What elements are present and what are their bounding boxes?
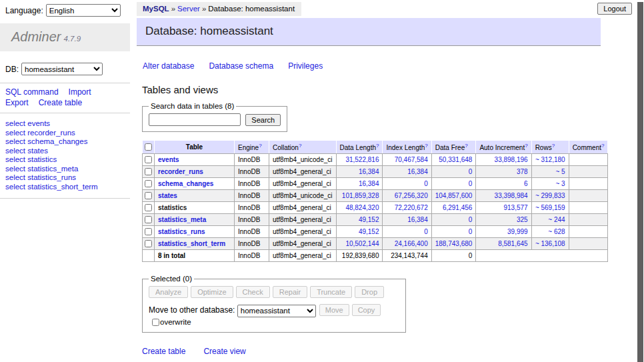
table-name-link[interactable]: states <box>158 192 177 199</box>
data-length-link[interactable]: 31,522,816 <box>345 156 379 163</box>
index-length-link[interactable]: 24,166,400 <box>395 240 428 247</box>
rows-link[interactable]: ~ 569,159 <box>535 204 565 211</box>
row-checkbox[interactable] <box>145 192 152 199</box>
data-length-link[interactable]: 10,502,144 <box>345 240 379 247</box>
index-length-link[interactable]: 16,384 <box>407 168 428 175</box>
db-select[interactable]: homeassistant <box>21 63 103 75</box>
move-button[interactable]: Move <box>319 304 349 316</box>
sidebar-menu-link[interactable]: SQL command <box>5 87 59 97</box>
sidebar-menu-link[interactable]: Import <box>69 87 91 97</box>
rows-link[interactable]: ~ 299,833 <box>535 192 565 199</box>
column-help-link[interactable]: ? <box>601 143 604 149</box>
auto-increment-link[interactable]: 8,581,645 <box>498 240 528 247</box>
overwrite-option[interactable]: overwrite <box>151 318 191 326</box>
search-button[interactable]: Search <box>245 114 281 126</box>
index-length-link[interactable]: 0 <box>424 180 428 187</box>
overwrite-checkbox[interactable] <box>152 319 159 326</box>
app-version: 4.7.9 <box>63 35 81 43</box>
sidebar-table-link[interactable]: select statistics_meta <box>5 165 130 173</box>
drop-button[interactable]: Drop <box>355 286 384 298</box>
table-name-link[interactable]: statistics <box>158 204 187 211</box>
table-name-link[interactable]: statistics_short_term <box>158 240 225 247</box>
sidebar-table-link[interactable]: select states <box>5 147 130 155</box>
create-view-link[interactable]: Create view <box>203 347 245 356</box>
table-name-link[interactable]: recorder_runs <box>158 168 203 175</box>
table-name-link[interactable]: statistics_runs <box>158 228 205 235</box>
data-length-link[interactable]: 48,824,320 <box>345 204 379 211</box>
column-help-link[interactable]: ? <box>259 143 261 149</box>
data-length-link[interactable]: 101,859,328 <box>342 192 379 199</box>
row-checkbox[interactable] <box>145 228 152 235</box>
auto-increment-link[interactable]: 39,999 <box>507 228 528 235</box>
action-link[interactable]: Alter database <box>143 61 194 71</box>
rows-link[interactable]: ~ 136,108 <box>535 240 565 247</box>
column-help-link[interactable]: ? <box>299 143 301 149</box>
copy-button[interactable]: Copy <box>352 304 381 316</box>
action-link[interactable]: Database schema <box>209 61 273 71</box>
data-free-link[interactable]: 0 <box>469 168 473 175</box>
auto-increment-link[interactable]: 913,577 <box>503 204 527 211</box>
table-name-link[interactable]: schema_changes <box>158 180 213 187</box>
rows-link[interactable]: ~ 312,180 <box>535 156 565 163</box>
language-select[interactable]: English <box>46 4 121 17</box>
data-length-link[interactable]: 16,384 <box>359 180 379 187</box>
scrollbar-track[interactable] <box>637 0 644 362</box>
index-length-link[interactable]: 70,467,584 <box>395 156 428 163</box>
data-free-link[interactable]: 6,291,456 <box>443 204 473 211</box>
sidebar-table-link[interactable]: select statistics_runs <box>5 173 130 181</box>
create-table-link[interactable]: Create table <box>142 347 185 356</box>
auto-increment-link[interactable]: 6 <box>524 180 528 187</box>
rows-link[interactable]: ~ 244 <box>548 216 565 223</box>
rows-link[interactable]: ~ 628 <box>548 228 565 235</box>
index-length-link[interactable]: 0 <box>424 228 428 235</box>
data-length-link[interactable]: 49,152 <box>359 228 379 235</box>
index-length-link[interactable]: 16,384 <box>407 216 428 223</box>
analyze-button[interactable]: Analyze <box>149 286 188 298</box>
rows-link[interactable]: ~ 3 <box>555 180 565 187</box>
table-name-link[interactable]: events <box>158 156 179 163</box>
row-checkbox[interactable] <box>145 216 152 223</box>
sidebar-table-link[interactable]: select statistics_short_term <box>5 183 130 191</box>
auto-increment-link[interactable]: 325 <box>517 216 528 223</box>
column-help-link[interactable]: ? <box>525 143 527 149</box>
row-checkbox[interactable] <box>145 240 152 247</box>
auto-increment-link[interactable]: 378 <box>517 168 528 175</box>
column-help-link[interactable]: ? <box>376 143 379 149</box>
table-name-link[interactable]: statistics_meta <box>158 216 206 223</box>
data-free-link[interactable]: 188,743,680 <box>435 240 473 247</box>
data-free-link[interactable]: 50,331,648 <box>439 156 472 163</box>
sidebar-menu-link[interactable]: Create table <box>39 98 82 107</box>
data-free-link[interactable]: 0 <box>469 216 473 223</box>
action-link[interactable]: Privileges <box>288 61 323 71</box>
index-length-link[interactable]: 67,256,320 <box>395 192 428 199</box>
sidebar-table-link[interactable]: select recorder_runs <box>5 129 130 137</box>
sidebar-table-link[interactable]: select events <box>5 119 130 127</box>
optimize-button[interactable]: Optimize <box>191 286 233 298</box>
move-database-select[interactable]: homeassistant <box>237 305 316 317</box>
column-help-link[interactable]: ? <box>552 143 555 149</box>
rows-link[interactable]: ~ 5 <box>555 168 565 175</box>
data-length-link[interactable]: 49,152 <box>359 216 379 223</box>
repair-button[interactable]: Repair <box>273 286 307 298</box>
sidebar-table-link[interactable]: select schema_changes <box>5 137 130 145</box>
data-free-link[interactable]: 104,857,600 <box>435 192 473 199</box>
sidebar-table-link[interactable]: select statistics <box>5 155 130 163</box>
column-help-link[interactable]: ? <box>465 143 467 149</box>
truncate-button[interactable]: Truncate <box>310 286 352 298</box>
row-checkbox[interactable] <box>145 156 152 163</box>
check-button[interactable]: Check <box>236 286 270 298</box>
row-checkbox[interactable] <box>145 204 152 211</box>
auto-increment-link[interactable]: 33,898,196 <box>495 156 528 163</box>
select-all-checkbox[interactable] <box>145 143 152 151</box>
data-free-link[interactable]: 0 <box>469 228 473 235</box>
data-free-link[interactable]: 0 <box>469 180 473 187</box>
row-checkbox[interactable] <box>145 180 152 187</box>
index-length-link[interactable]: 72,220,672 <box>395 204 428 211</box>
search-input[interactable] <box>149 113 241 126</box>
data-length-link[interactable]: 16,384 <box>359 168 379 175</box>
sidebar-menu-link[interactable]: Export <box>5 98 29 107</box>
row-checkbox[interactable] <box>145 168 152 175</box>
column-help-link[interactable]: ? <box>425 143 427 149</box>
scrollbar-thumb[interactable] <box>637 2 643 362</box>
auto-increment-link[interactable]: 33,398,984 <box>495 192 528 199</box>
